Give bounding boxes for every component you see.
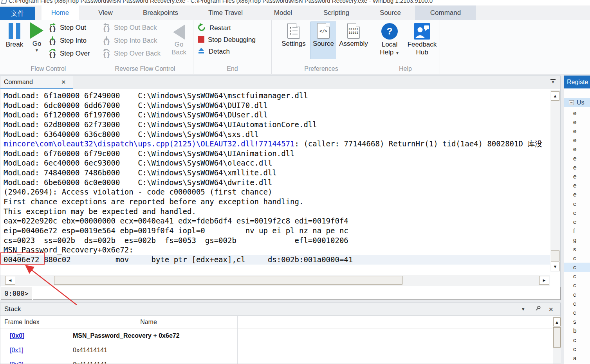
command-window-tab[interactable]: Command ✕	[0, 76, 73, 89]
stack-vertical-scrollbar[interactable]: ▲	[553, 317, 561, 364]
register-row[interactable]: c	[564, 308, 590, 317]
step-over-back-button[interactable]: {} Step Over Back	[102, 48, 161, 59]
tab-breakpoints[interactable]: Breakpoints	[133, 5, 188, 20]
collapse-icon[interactable]: −	[569, 100, 574, 105]
register-row[interactable]: b	[564, 326, 590, 335]
register-row[interactable]: e	[564, 217, 590, 226]
register-row[interactable]: e	[564, 145, 590, 154]
step-out-back-button[interactable]: {} Step Out Back	[102, 22, 157, 33]
tab-source[interactable]: Source	[367, 5, 414, 20]
register-row[interactable]: c	[564, 281, 590, 290]
go-back-button[interactable]: Go Back	[167, 22, 191, 56]
register-row[interactable]: e	[564, 163, 590, 172]
register-row[interactable]: c	[564, 263, 590, 272]
console-link[interactable]: mincore\com\oleaut32\dispatch\ups.cpp(21…	[4, 139, 295, 148]
restart-button[interactable]: Restart	[197, 22, 231, 32]
command-output: ModLoad: 6f1a0000 6f249000 C:\Windows\Sy…	[0, 90, 550, 272]
frame-index-link[interactable]: [0x1]	[10, 347, 23, 354]
tab-home[interactable]: Home	[41, 5, 79, 20]
console-line: ModLoad: 6f120000 6f197000 C:\Windows\Sy…	[4, 110, 550, 120]
go-button[interactable]: Go ▼	[27, 21, 46, 52]
feedback-hub-button[interactable]: Feedback Hub	[406, 23, 438, 56]
tab-command[interactable]: Command	[415, 5, 476, 20]
tab-view[interactable]: View	[87, 5, 124, 20]
frame-index-link[interactable]: [0x2]	[10, 361, 23, 364]
chevron-down-icon[interactable]: ▾	[522, 306, 525, 312]
tab-time-travel[interactable]: Time Travel	[196, 5, 255, 20]
scroll-thumb[interactable]	[551, 250, 559, 261]
register-row[interactable]: s	[564, 317, 590, 326]
register-row[interactable]: c	[564, 299, 590, 308]
tab-file[interactable]: 文件	[0, 7, 35, 20]
scroll-thumb[interactable]	[54, 276, 402, 285]
svg-text:{}: {}	[49, 51, 56, 58]
register-row[interactable]: c	[564, 344, 590, 353]
console-line: ModLoad: 63640000 636c8000 C:\Windows\Sy…	[4, 130, 550, 139]
annotation-red-box	[0, 252, 45, 265]
column-frame-index[interactable]: Frame Index	[4, 316, 40, 328]
console-text: eip=00406e72 esp=0019e564 ebp=0019f0f4 i…	[4, 226, 348, 235]
register-row[interactable]: g	[564, 236, 590, 245]
title-bar[interactable]: C:\Program Files (x86)\Top Password\MSN …	[0, 0, 590, 5]
stack-frames: [0x0]MSN_Password_Recovery + 0x6e72[0x1]…	[0, 328, 552, 364]
command-vertical-scrollbar[interactable]: ▲ ▼	[550, 90, 560, 272]
step-into-button[interactable]: {} Step Into	[48, 35, 87, 46]
console-text: ModLoad: 6ec40000 6ec93000 C:\Windows\Sy…	[4, 159, 272, 167]
column-name[interactable]: Name	[60, 316, 237, 328]
frame-index-link[interactable]: [0x0]	[10, 332, 24, 339]
register-row[interactable]: a	[564, 353, 590, 362]
scroll-right-button[interactable]: ►	[539, 276, 549, 285]
register-row[interactable]: c	[564, 290, 590, 299]
register-row[interactable]: e	[564, 136, 590, 145]
detach-button[interactable]: Detach	[197, 46, 230, 56]
registers-window: Registe − Us eeeeeeeeeeccefgscccccccsbcc…	[564, 76, 590, 364]
step-over-button[interactable]: {} Step Over	[48, 48, 90, 59]
group-reverse-flow-control: {} Step Out Back {} Step Into Back {} St…	[97, 20, 193, 74]
stack-frame-row[interactable]: [0x2]0x41414141	[0, 357, 552, 364]
register-row[interactable]: c	[564, 272, 590, 281]
tab-model[interactable]: Model	[260, 5, 307, 20]
register-row[interactable]: e	[564, 108, 590, 117]
register-row[interactable]: c	[564, 335, 590, 344]
scroll-thumb[interactable]	[553, 327, 561, 348]
console-line: First chance exceptions are reported bef…	[4, 197, 550, 207]
register-row[interactable]: f	[564, 227, 590, 236]
tab-scripting[interactable]: Scripting	[311, 5, 361, 20]
source-button[interactable]: </> Source	[311, 23, 336, 48]
register-row[interactable]: e	[564, 154, 590, 163]
command-input[interactable]	[33, 287, 561, 300]
local-help-button[interactable]: ? Local Help ▼	[376, 23, 403, 56]
scroll-up-button[interactable]: ▲	[553, 317, 561, 326]
break-button[interactable]: Break	[2, 21, 27, 49]
settings-button[interactable]: Settings	[278, 23, 309, 48]
close-icon[interactable]: ✕	[61, 79, 66, 86]
pin-icon[interactable]	[535, 305, 541, 313]
register-row[interactable]: s	[564, 245, 590, 254]
stack-frame-row[interactable]: [0x0]MSN_Password_Recovery + 0x6e72	[0, 328, 552, 343]
scroll-left-button[interactable]: ◄	[5, 276, 15, 285]
scroll-up-button[interactable]: ▲	[551, 91, 559, 101]
register-row[interactable]: e	[564, 117, 590, 126]
register-row[interactable]: e	[564, 126, 590, 135]
scroll-down-button[interactable]: ▼	[551, 262, 559, 271]
step-into-back-button[interactable]: {} Step Into Back	[102, 35, 157, 46]
assembly-button[interactable]: 0110110101 Assembly	[337, 23, 370, 48]
register-row[interactable]: c	[564, 254, 590, 263]
register-row[interactable]: e	[564, 172, 590, 181]
stop-debugging-button[interactable]: Stop Debugging	[198, 34, 256, 44]
register-row[interactable]: c	[564, 208, 590, 217]
stack-frame-row[interactable]: [0x1]0x41414141	[0, 343, 552, 357]
registers-title[interactable]: Registe	[564, 76, 590, 88]
register-row[interactable]: e	[564, 190, 590, 199]
window-menu-icon[interactable]: ▼	[550, 79, 556, 84]
console-line: ModLoad: 6f1a0000 6f249000 C:\Windows\Sy…	[4, 91, 550, 101]
register-row[interactable]: c	[564, 199, 590, 208]
close-icon[interactable]: ✕	[549, 306, 554, 313]
step-out-button[interactable]: {} Step Out	[48, 22, 86, 33]
registers-group-row[interactable]: − Us	[564, 98, 590, 107]
command-horizontal-scrollbar[interactable]: ◄ ►	[0, 275, 550, 286]
console-text: This exception may be expected and handl…	[4, 207, 196, 216]
register-row[interactable]: e	[564, 181, 590, 190]
ribbon: Break Go ▼ {} Step Out {} Step Into {} S…	[0, 20, 590, 74]
console-text: ModLoad: 62d80000 62f73000 C:\Windows\Sy…	[4, 120, 317, 129]
